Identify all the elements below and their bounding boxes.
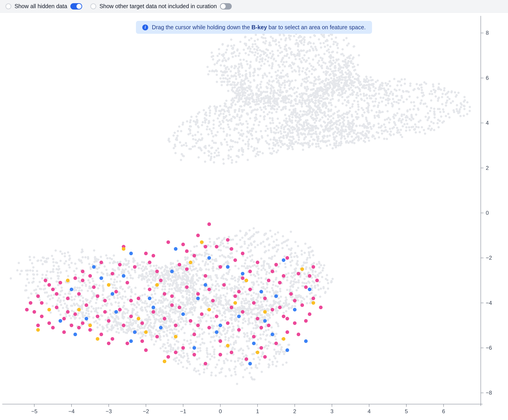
svg-point-4889 [318,262,321,265]
svg-point-5013 [224,312,226,315]
svg-point-1948 [256,87,258,89]
svg-point-2295 [368,139,370,142]
svg-point-5058 [122,295,124,297]
svg-point-526 [381,111,384,113]
svg-point-5164 [102,290,105,292]
svg-point-3855 [268,243,270,246]
svg-point-1264 [318,133,321,135]
svg-point-1081 [279,130,282,132]
svg-point-4928 [268,341,270,343]
svg-point-164 [222,113,224,115]
svg-point-3506 [73,289,75,291]
svg-point-4652 [216,306,219,308]
svg-point-2742 [320,288,322,290]
svg-point-3726 [234,265,237,267]
svg-point-5308 [129,299,133,303]
svg-point-1669 [222,121,224,123]
svg-point-1296 [217,55,219,57]
svg-point-1065 [239,134,241,136]
svg-point-4137 [166,293,169,295]
svg-point-4436 [225,358,227,360]
svg-point-4314 [170,318,172,320]
svg-point-1127 [302,126,304,128]
svg-point-1770 [402,125,404,127]
svg-point-2278 [302,79,304,81]
svg-point-1039 [261,92,263,94]
svg-point-1309 [209,159,212,161]
svg-point-1923 [315,79,317,81]
svg-point-4566 [306,302,308,304]
svg-point-2209 [433,110,435,113]
svg-point-2353 [322,71,325,73]
svg-point-2325 [260,87,262,89]
svg-point-1988 [204,120,206,122]
svg-point-1368 [277,127,280,129]
svg-point-3246 [105,269,108,271]
svg-point-9 [239,52,241,54]
svg-point-1322 [216,62,218,64]
svg-point-2343 [243,87,245,90]
svg-point-4380 [163,331,165,333]
svg-point-918 [291,67,293,69]
svg-point-3986 [311,271,314,273]
svg-point-5236 [137,297,140,300]
svg-point-3216 [32,270,34,272]
svg-point-5213 [73,276,77,280]
svg-point-4612 [279,351,282,353]
svg-point-1112 [223,162,225,165]
svg-point-2579 [269,98,271,101]
show-hidden-data-toggle[interactable] [70,3,82,9]
svg-text:0: 0 [219,408,222,414]
svg-point-4930 [118,274,120,276]
svg-point-1434 [226,66,228,68]
svg-point-4899 [314,287,316,289]
svg-point-4586 [58,297,60,299]
svg-point-2957 [232,278,234,280]
svg-point-3914 [322,287,325,289]
svg-point-1320 [247,131,249,134]
svg-point-3172 [204,286,206,289]
svg-point-2675 [209,358,211,360]
svg-point-3712 [127,298,129,301]
svg-point-3110 [275,353,277,355]
svg-point-2083 [422,92,424,94]
svg-point-5331 [170,304,174,307]
svg-point-4713 [248,303,250,305]
svg-point-1951 [235,161,238,163]
svg-point-4507 [287,344,290,346]
scatter-plot[interactable]: −5−4−3−2−10123456−8−6−4−202468 [0,13,508,420]
svg-point-4061 [116,324,118,326]
svg-point-4918 [111,328,113,330]
svg-point-2078 [245,70,247,72]
svg-point-120 [209,115,211,117]
svg-point-851 [353,91,355,93]
svg-point-251 [309,140,311,142]
feature-space-chart[interactable]: i Drag the cursor while holding down the… [0,13,508,420]
svg-point-4230 [166,267,168,269]
svg-point-5033 [178,359,180,362]
svg-point-2021 [284,81,286,83]
svg-point-3535 [189,363,191,365]
svg-point-4964 [272,247,274,249]
svg-point-5047 [121,317,124,319]
svg-point-3281 [260,333,262,336]
svg-point-1379 [345,104,348,107]
svg-point-5111 [159,276,161,279]
svg-point-753 [442,109,444,111]
svg-point-544 [239,119,241,121]
svg-point-1114 [263,100,265,102]
svg-point-658 [378,88,380,91]
svg-point-934 [177,130,179,132]
svg-point-4564 [100,256,102,258]
show-other-target-toggle[interactable] [220,3,232,9]
svg-point-4803 [158,315,160,317]
svg-point-5190 [132,322,134,324]
svg-point-4595 [241,301,243,303]
svg-point-2012 [261,98,263,100]
svg-point-2531 [315,125,317,127]
svg-point-3444 [231,256,234,259]
svg-point-4955 [142,265,144,268]
svg-point-683 [430,90,433,92]
svg-point-2171 [448,98,451,100]
svg-point-5233 [129,315,133,318]
